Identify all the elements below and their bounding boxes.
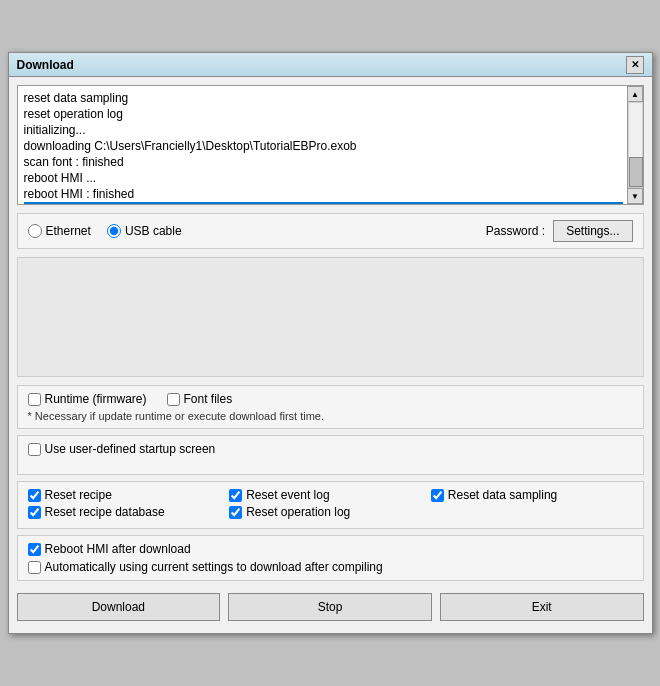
scroll-thumb[interactable] [629, 157, 643, 187]
scroll-down[interactable]: ▼ [627, 188, 643, 204]
reset-row-2: Reset recipe database Reset operation lo… [28, 505, 633, 519]
reboot-hmi-checkbox[interactable] [28, 543, 41, 556]
runtime-checkbox-item[interactable]: Runtime (firmware) [28, 392, 147, 406]
log-line: downloading C:\Users\Francielly1\Desktop… [24, 138, 623, 154]
startup-section: Use user-defined startup screen [17, 435, 644, 475]
usb-option[interactable]: USB cable [107, 224, 182, 238]
reset-event-log-checkbox[interactable] [229, 489, 242, 502]
runtime-label: Runtime (firmware) [45, 392, 147, 406]
window-title: Download [17, 58, 74, 72]
firmware-section: Runtime (firmware) Font files * Necessar… [17, 385, 644, 429]
ethernet-label: Ethernet [46, 224, 91, 238]
scroll-up[interactable]: ▲ [627, 86, 643, 102]
log-section: reset data sampling reset operation log … [17, 85, 644, 205]
log-line: reboot HMI : finished [24, 186, 623, 202]
auto-download-checkbox[interactable] [28, 561, 41, 574]
font-files-checkbox-item[interactable]: Font files [167, 392, 233, 406]
reset-recipe-db-checkbox[interactable] [28, 506, 41, 519]
radio-group: Ethernet USB cable [28, 224, 486, 238]
reset-event-log-label: Reset event log [246, 488, 329, 502]
exit-button[interactable]: Exit [440, 593, 644, 621]
usb-label: USB cable [125, 224, 182, 238]
reset-row-1: Reset recipe Reset event log Reset data … [28, 488, 633, 502]
reset-data-sampling-checkbox[interactable] [431, 489, 444, 502]
middle-area [17, 257, 644, 377]
scroll-track[interactable] [628, 102, 643, 188]
reset-recipe-label: Reset recipe [45, 488, 112, 502]
runtime-checkbox[interactable] [28, 393, 41, 406]
reset-section: Reset recipe Reset event log Reset data … [17, 481, 644, 529]
startup-checkbox[interactable] [28, 443, 41, 456]
log-line: reset data sampling [24, 90, 623, 106]
auto-download-label: Automatically using current settings to … [45, 560, 383, 574]
stop-button[interactable]: Stop [228, 593, 432, 621]
settings-button[interactable]: Settings... [553, 220, 632, 242]
auto-download-item[interactable]: Automatically using current settings to … [28, 560, 633, 574]
password-label: Password : [486, 224, 545, 238]
firmware-note: * Necessary if update runtime or execute… [28, 410, 633, 422]
reset-operation-log-label: Reset operation log [246, 505, 350, 519]
reset-operation-log-checkbox[interactable] [229, 506, 242, 519]
usb-radio[interactable] [107, 224, 121, 238]
log-line: initializing... [24, 122, 623, 138]
log-scrollbar[interactable]: ▲ ▼ [627, 86, 643, 204]
log-line: reset operation log [24, 106, 623, 122]
ethernet-option[interactable]: Ethernet [28, 224, 91, 238]
reset-event-log-item[interactable]: Reset event log [229, 488, 431, 502]
log-content: reset data sampling reset operation log … [18, 86, 643, 204]
log-line-selected: finished [24, 202, 623, 204]
font-files-label: Font files [184, 392, 233, 406]
title-bar: Download ✕ [9, 53, 652, 77]
download-button[interactable]: Download [17, 593, 221, 621]
download-window: Download ✕ reset data sampling reset ope… [8, 52, 653, 634]
reset-recipe-item[interactable]: Reset recipe [28, 488, 230, 502]
reboot-hmi-item[interactable]: Reboot HMI after download [28, 542, 633, 556]
startup-checkbox-item[interactable]: Use user-defined startup screen [28, 442, 633, 456]
reset-data-sampling-label: Reset data sampling [448, 488, 557, 502]
button-bar: Download Stop Exit [17, 589, 644, 625]
connection-section: Ethernet USB cable Password : Settings..… [17, 213, 644, 249]
close-button[interactable]: ✕ [626, 56, 644, 74]
reset-recipe-db-label: Reset recipe database [45, 505, 165, 519]
reset-operation-log-item[interactable]: Reset operation log [229, 505, 431, 519]
ethernet-radio[interactable] [28, 224, 42, 238]
reboot-section: Reboot HMI after download Automatically … [17, 535, 644, 581]
reset-data-sampling-item[interactable]: Reset data sampling [431, 488, 633, 502]
reboot-hmi-label: Reboot HMI after download [45, 542, 191, 556]
log-line: reboot HMI ... [24, 170, 623, 186]
reset-recipe-checkbox[interactable] [28, 489, 41, 502]
password-group: Password : Settings... [486, 220, 633, 242]
reset-recipe-db-item[interactable]: Reset recipe database [28, 505, 230, 519]
font-files-checkbox[interactable] [167, 393, 180, 406]
startup-label: Use user-defined startup screen [45, 442, 216, 456]
log-line: scan font : finished [24, 154, 623, 170]
